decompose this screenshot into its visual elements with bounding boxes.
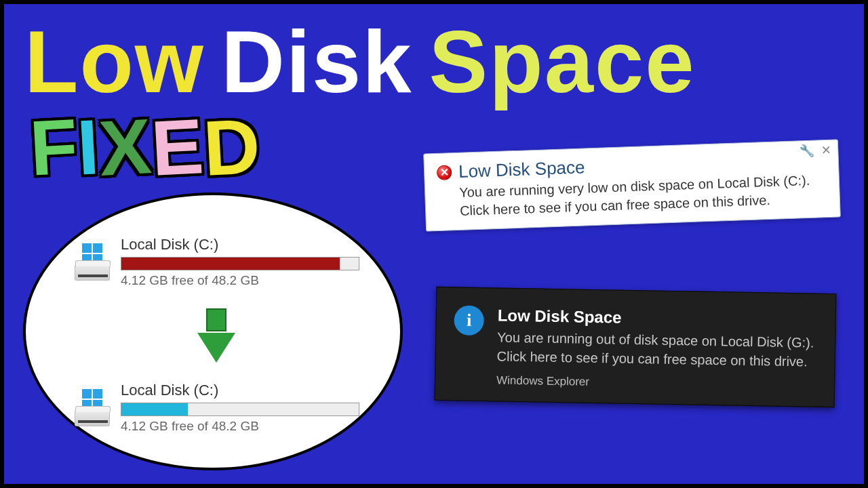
fixed-letter: X bbox=[97, 101, 154, 193]
notification-title: Low Disk Space bbox=[498, 306, 815, 330]
fixed-letter: E bbox=[149, 101, 206, 193]
hdd-icon bbox=[75, 266, 110, 281]
notification-dark[interactable]: i Low Disk Space You are running out of … bbox=[435, 287, 837, 407]
fixed-letter: F bbox=[28, 101, 80, 192]
title-word-low: Low bbox=[24, 11, 205, 113]
drive-icon bbox=[73, 243, 111, 281]
usage-bar bbox=[121, 257, 359, 270]
wrench-icon[interactable]: 🔧 bbox=[799, 144, 814, 159]
disk-before: Local Disk (C:) 4.12 GB free of 48.2 GB bbox=[73, 236, 359, 288]
disk-subtitle: 4.12 GB free of 48.2 GB bbox=[121, 419, 359, 434]
close-icon[interactable]: ✕ bbox=[821, 143, 831, 159]
error-icon: ✕ bbox=[437, 165, 452, 180]
notification-source: Windows Explorer bbox=[496, 373, 814, 392]
fixed-label: F I X E D bbox=[30, 102, 260, 192]
title-word-space: Space bbox=[429, 11, 696, 113]
usage-bar-fill bbox=[121, 258, 340, 270]
info-icon: i bbox=[454, 305, 484, 336]
page-title: Low Disk Space bbox=[24, 11, 696, 113]
drive-icon bbox=[73, 389, 111, 426]
title-word-disk: Disk bbox=[221, 11, 413, 113]
usage-bar bbox=[121, 403, 359, 416]
notification-light[interactable]: 🔧 ✕ ✕ Low Disk Space You are running ver… bbox=[423, 139, 841, 231]
disk-label: Local Disk (C:) bbox=[121, 382, 359, 399]
notification-title: Low Disk Space bbox=[458, 157, 585, 182]
arrow-down-icon bbox=[197, 308, 235, 363]
disk-subtitle: 4.12 GB free of 48.2 GB bbox=[121, 273, 359, 288]
hdd-icon bbox=[75, 411, 110, 426]
disk-after: Local Disk (C:) 4.12 GB free of 48.2 GB bbox=[73, 382, 359, 434]
usage-bar-fill bbox=[121, 403, 188, 415]
fixed-letter: D bbox=[201, 101, 262, 193]
before-after-oval: Local Disk (C:) 4.12 GB free of 48.2 GB … bbox=[23, 192, 403, 470]
disk-label: Local Disk (C:) bbox=[121, 236, 359, 253]
